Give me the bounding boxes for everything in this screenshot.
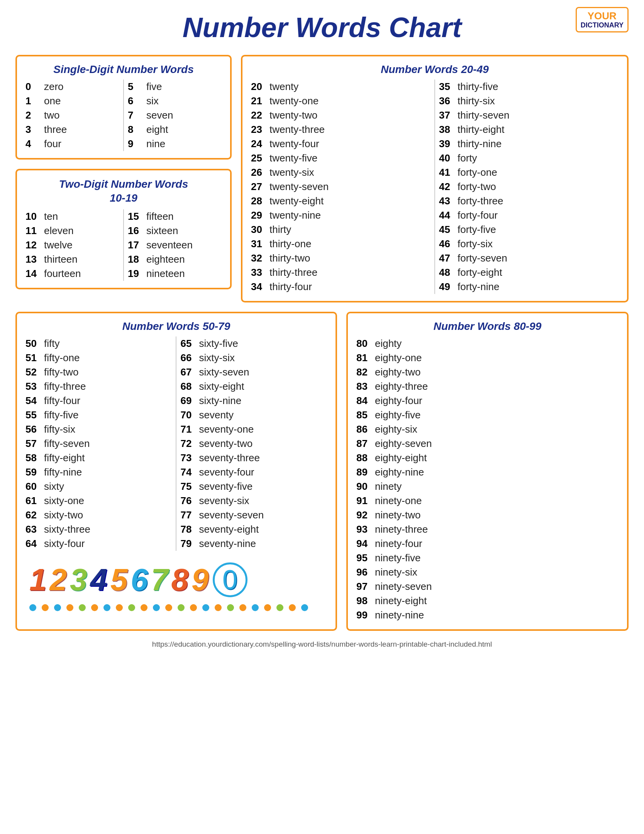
dot-6 — [91, 604, 98, 611]
item-word: eighty-nine — [375, 466, 424, 478]
item-word: ninety-five — [375, 552, 421, 564]
item-word: twenty-four — [269, 138, 319, 150]
list-item: 90ninety — [356, 479, 619, 494]
words-20-49-box: Number Words 20-49 20twenty21twenty-one2… — [241, 55, 629, 302]
item-word: twenty-eight — [269, 195, 324, 207]
item-word: fifty — [44, 338, 59, 350]
list-item: 53fifty-three — [25, 379, 172, 394]
dot-14 — [190, 604, 197, 611]
item-number: 91 — [356, 495, 375, 507]
col-divider3 — [434, 80, 435, 294]
list-item: 56fifty-six — [25, 422, 172, 437]
item-number: 10 — [25, 211, 44, 223]
item-number: 48 — [439, 267, 458, 279]
list-item: 52fifty-two — [25, 365, 172, 379]
item-word: thirty-six — [458, 95, 495, 107]
item-number: 2 — [25, 109, 44, 121]
list-item: 34thirty-four — [251, 280, 430, 294]
item-number: 28 — [251, 195, 269, 207]
item-word: sixty-three — [44, 523, 90, 535]
list-item: 68sixty-eight — [180, 379, 327, 394]
item-word: ninety — [375, 481, 402, 493]
item-number: 82 — [356, 366, 375, 378]
item-word: seventy-eight — [199, 523, 259, 535]
item-word: sixty-seven — [199, 366, 249, 378]
list-item: 48forty-eight — [439, 265, 619, 280]
logo: YOUR DICTIONARY — [576, 7, 629, 32]
list-item: 60sixty — [25, 479, 172, 494]
list-item: 51fifty-one — [25, 351, 172, 365]
item-number: 74 — [180, 466, 199, 478]
item-word: eighty-seven — [375, 438, 432, 450]
deco-2: 2 — [50, 564, 67, 595]
deco-1: 1 — [29, 564, 47, 595]
list-item: 1one — [25, 94, 119, 108]
list-item: 81eighty-one — [356, 351, 619, 365]
item-word: seventy — [199, 409, 234, 421]
item-word: four — [44, 138, 61, 150]
item-word: fifty-six — [44, 423, 75, 435]
item-number: 26 — [251, 166, 269, 178]
dot-5 — [79, 604, 86, 611]
item-number: 51 — [25, 352, 44, 364]
item-number: 45 — [439, 224, 458, 236]
item-word: eighty-six — [375, 423, 417, 435]
item-number: 98 — [356, 595, 375, 607]
item-number: 95 — [356, 552, 375, 564]
list-item: 67sixty-seven — [180, 365, 327, 379]
list-item: 76seventy-six — [180, 494, 327, 508]
list-item: 62sixty-two — [25, 508, 172, 522]
item-word: twenty-one — [269, 95, 319, 107]
item-word: seventy-two — [199, 438, 253, 450]
list-item: 22twenty-two — [251, 108, 430, 122]
item-number: 81 — [356, 352, 375, 364]
words-20-49-title: Number Words 20-49 — [251, 63, 619, 76]
item-number: 58 — [25, 452, 44, 464]
item-word: seventy-three — [199, 452, 260, 464]
words-80-99-title: Number Words 80-99 — [356, 320, 619, 333]
item-number: 20 — [251, 81, 269, 93]
single-digit-box: Single-Digit Number Words 0zero1one2two3… — [15, 55, 232, 160]
dot-18 — [239, 604, 246, 611]
words-50-79-title: Number Words 50-79 — [25, 320, 327, 333]
two-digit-box: Two-Digit Number Words10-19 10ten11eleve… — [15, 169, 232, 289]
item-word: ninety-three — [375, 523, 428, 535]
item-number: 66 — [180, 352, 199, 364]
item-word: sixteen — [146, 225, 178, 237]
list-item: 28twenty-eight — [251, 194, 430, 208]
list-item: 75seventy-five — [180, 479, 327, 494]
list-item: 85eighty-five — [356, 408, 619, 422]
item-word: sixty-six — [199, 352, 234, 364]
list-item: 26twenty-six — [251, 165, 430, 180]
item-word: eighty-eight — [375, 452, 427, 464]
item-number: 14 — [25, 268, 44, 280]
dot-3 — [54, 604, 61, 611]
item-word: ninety-one — [375, 495, 422, 507]
item-number: 69 — [180, 395, 199, 407]
item-number: 73 — [180, 452, 199, 464]
item-word: eighty — [375, 338, 402, 350]
list-item: 64sixty-four — [25, 537, 172, 551]
two-digit-col2: 15fifteen16sixteen17seventeen18eighteen1… — [128, 209, 222, 281]
list-item: 98ninety-eight — [356, 594, 619, 608]
list-item: 72seventy-two — [180, 437, 327, 451]
item-number: 80 — [356, 338, 375, 350]
item-number: 88 — [356, 452, 375, 464]
item-number: 47 — [439, 252, 458, 264]
list-item: 58fifty-eight — [25, 451, 172, 465]
item-number: 97 — [356, 581, 375, 593]
item-word: eighty-three — [375, 380, 428, 392]
charts-bottom-row: Number Words 50-79 50fifty51fifty-one52f… — [15, 312, 629, 631]
dot-2 — [42, 604, 49, 611]
two-digit-cols: 10ten11eleven12twelve13thirteen14fourtee… — [25, 209, 222, 281]
item-number: 64 — [25, 538, 44, 550]
item-number: 29 — [251, 209, 269, 221]
item-number: 13 — [25, 253, 44, 265]
item-number: 75 — [180, 481, 199, 493]
two-digit-col1: 10ten11eleven12twelve13thirteen14fourtee… — [25, 209, 119, 281]
item-number: 1 — [25, 95, 44, 107]
item-word: fourteen — [44, 268, 81, 280]
item-word: fifty-four — [44, 395, 80, 407]
item-word: sixty — [44, 481, 64, 493]
item-number: 57 — [25, 438, 44, 450]
